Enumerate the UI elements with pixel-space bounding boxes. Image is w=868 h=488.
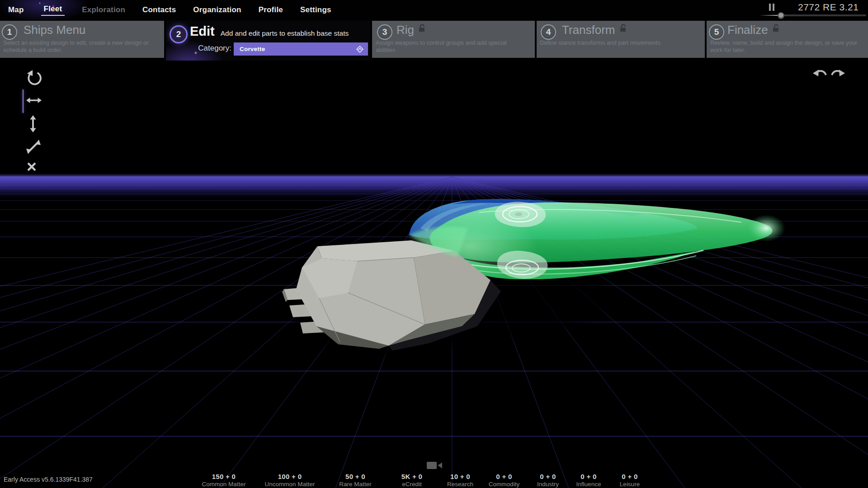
- step-number-badge: 4: [541, 24, 556, 40]
- game-date: 2772 RE 3.21: [798, 2, 859, 13]
- rotate-icon[interactable]: [25, 70, 42, 89]
- game-speed-slider[interactable]: [760, 12, 868, 19]
- step-title: Edit Add and edit parts to establish bas…: [190, 24, 349, 39]
- resource-leisure: 0 + 0 Leisure: [620, 473, 640, 488]
- step-number-badge: 1: [2, 24, 17, 40]
- video-camera-icon[interactable]: [427, 461, 443, 469]
- scale-diagonal-icon[interactable]: [25, 139, 42, 157]
- nav-contacts[interactable]: Contacts: [142, 5, 176, 15]
- step-finalize[interactable]: 5 Finalize Review, name, build and assig…: [707, 21, 868, 58]
- resource-research: 10 + 0 Research: [447, 473, 473, 488]
- category-dropdown[interactable]: Corvette: [234, 42, 368, 56]
- resource-value: 5K + 0: [401, 473, 422, 480]
- step-title: Ships Menu: [24, 23, 85, 37]
- resource-rare-matter: 50 + 0 Rare Matter: [339, 473, 371, 488]
- step-number-badge: 2: [170, 25, 188, 43]
- step-description: Review, name, build and assign the desig…: [710, 39, 859, 53]
- move-horizontal-icon[interactable]: [26, 95, 42, 107]
- lock-icon: [772, 21, 780, 35]
- resource-label: Influence: [576, 481, 601, 488]
- nav-exploration[interactable]: Exploration: [82, 5, 125, 15]
- resource-label: Commodity: [489, 481, 519, 488]
- resource-value: 100 + 0: [264, 473, 315, 480]
- resource-value: 0 + 0: [489, 473, 519, 480]
- lock-icon: [619, 21, 627, 35]
- slider-track[interactable]: [779, 14, 866, 16]
- delete-part-icon[interactable]: [26, 161, 37, 174]
- step-title: Finalize: [727, 23, 780, 37]
- resource-value: 0 + 0: [537, 473, 559, 480]
- step-rig[interactable]: 3 Rig Assign weapons to control groups a…: [372, 21, 535, 58]
- step-title-text: Rig: [396, 23, 414, 37]
- nav-map[interactable]: Map: [8, 5, 24, 15]
- top-navigation: Map Fleet Exploration Contacts Organizat…: [0, 0, 868, 20]
- step-edit[interactable]: 2 Edit Add and edit parts to establish b…: [166, 20, 370, 61]
- redo-icon[interactable]: [830, 67, 845, 80]
- nav-organization[interactable]: Organization: [193, 5, 241, 15]
- step-title-text: Finalize: [727, 23, 768, 37]
- step-title: Rig: [396, 23, 426, 37]
- category-label: Category:: [190, 44, 231, 53]
- resource-uncommon-matter: 100 + 0 Uncommon Matter: [264, 473, 315, 488]
- resource-value: 0 + 0: [620, 473, 640, 480]
- diamond-expand-icon[interactable]: [355, 45, 364, 56]
- step-number-badge: 5: [709, 24, 724, 40]
- step-subtitle: Add and edit parts to establish base sta…: [219, 29, 349, 38]
- move-vertical-icon[interactable]: [28, 115, 38, 134]
- resource-commodity: 0 + 0 Commodity: [489, 473, 519, 488]
- resource-label: Uncommon Matter: [264, 481, 315, 488]
- nav-fleet[interactable]: Fleet: [41, 5, 65, 16]
- resource-industry: 0 + 0 Industry: [537, 473, 559, 488]
- resource-label: eCredit: [401, 481, 422, 488]
- ship-designer-viewport[interactable]: [0, 0, 868, 488]
- resource-influence: 0 + 0 Influence: [576, 473, 601, 488]
- resource-value: 10 + 0: [447, 473, 473, 480]
- resource-label: Research: [447, 481, 473, 488]
- step-description: Assign weapons to control groups and add…: [376, 39, 516, 53]
- pause-icon[interactable]: [769, 4, 775, 11]
- step-ships-menu[interactable]: 1 Ships Menu Select an existing design t…: [0, 21, 164, 58]
- resource-label: Rare Matter: [339, 481, 371, 488]
- step-title-text: Transform: [562, 23, 615, 37]
- step-transform[interactable]: 4 Transform Define stance transforms and…: [537, 21, 705, 58]
- step-title: Transform: [562, 23, 627, 37]
- undo-icon[interactable]: [813, 67, 827, 80]
- horizon-glow: [0, 173, 868, 199]
- game-screen: Map Fleet Exploration Contacts Organizat…: [0, 0, 868, 488]
- resource-common-matter: 150 + 0 Common Matter: [202, 473, 246, 488]
- history-controls: [813, 67, 849, 82]
- lock-icon: [418, 21, 426, 35]
- version-label: Early Access v5.6.1339F41.387: [4, 476, 93, 483]
- resource-value: 150 + 0: [202, 473, 246, 480]
- step-number-badge: 3: [377, 24, 392, 40]
- selected-tool-indicator: [23, 89, 24, 113]
- time-cluster: 2772 RE 3.21: [746, 0, 868, 20]
- resource-value: 0 + 0: [576, 473, 601, 480]
- resource-value: 50 + 0: [339, 473, 371, 480]
- step-description: Select an existing design to edit, creat…: [3, 39, 160, 53]
- category-value: Corvette: [234, 46, 265, 52]
- category-row: Category: Corvette: [166, 42, 370, 56]
- resource-label: Industry: [537, 481, 559, 488]
- nav-settings[interactable]: Settings: [300, 5, 331, 15]
- resource-ecredit: 5K + 0 eCredit: [401, 473, 422, 488]
- step-title-text: Edit: [190, 24, 215, 39]
- resource-label: Common Matter: [202, 481, 246, 488]
- resource-label: Leisure: [620, 481, 640, 488]
- step-description: Define stance transforms and part moveme…: [540, 39, 703, 47]
- nav-profile[interactable]: Profile: [259, 5, 283, 15]
- slider-knob[interactable]: [778, 12, 784, 19]
